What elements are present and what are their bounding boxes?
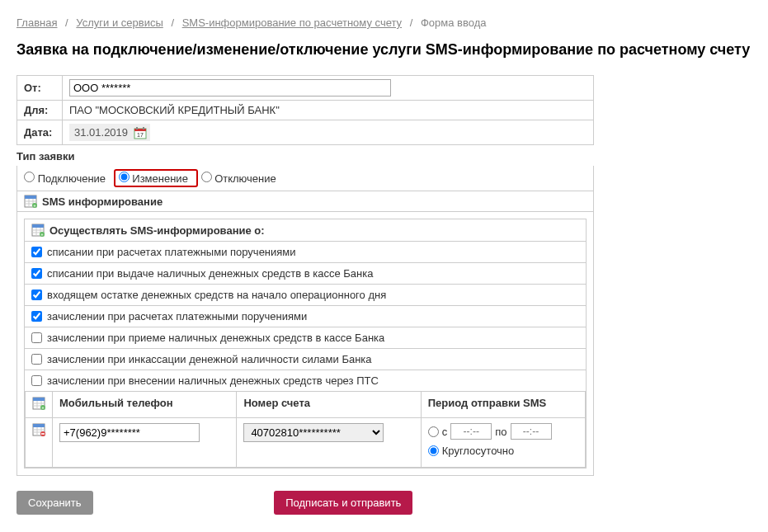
- sms-option-label: зачислении при расчетах платежными поруч…: [47, 310, 307, 322]
- sms-option-row: списании при расчетах платежными поручен…: [25, 242, 586, 263]
- table-remove-icon[interactable]: [32, 426, 45, 439]
- svg-text:+: +: [41, 232, 44, 237]
- sms-inform-header: + Осуществлять SMS-информирование о:: [25, 219, 586, 242]
- svg-text:17: 17: [137, 132, 144, 138]
- account-col-header: Номер счета: [237, 392, 421, 418]
- table-icon: +: [31, 224, 45, 237]
- breadcrumb: Главная / Услуги и сервисы / SMS-информи…: [16, 16, 752, 29]
- sms-option-label: зачислении при инкассации денежной налич…: [47, 353, 372, 365]
- phone-col-header: Мобильный телефон: [53, 392, 237, 418]
- sms-option-row: зачислении при приеме наличных денежных …: [25, 327, 586, 349]
- sms-option-label: зачислении при внесении наличных денежны…: [47, 374, 379, 387]
- sms-section-header: + SMS информирование: [16, 191, 594, 212]
- sms-option-label: зачислении при приеме наличных денежных …: [47, 332, 384, 344]
- sms-option-checkbox[interactable]: [31, 268, 42, 279]
- sms-option-label: списании при расчетах платежными поручен…: [47, 246, 296, 258]
- sms-option-row: зачислении при инкассации денежной налич…: [25, 349, 586, 370]
- submit-button[interactable]: Подписать и отправить: [274, 491, 412, 515]
- sms-option-row: списании при выдаче наличных денежных ср…: [25, 263, 586, 285]
- save-button[interactable]: Сохранить: [16, 491, 93, 515]
- table-icon: +: [24, 195, 37, 208]
- svg-rect-36: [41, 433, 45, 435]
- app-type-connect[interactable]: Подключение: [24, 172, 106, 185]
- table-add-icon[interactable]: +: [32, 400, 45, 412]
- sms-option-row: входящем остатке денежных средств на нач…: [25, 285, 586, 306]
- svg-rect-14: [32, 224, 44, 228]
- period-roundclock-label: Круглосуточно: [442, 445, 515, 457]
- time-from-input[interactable]: [450, 423, 492, 440]
- svg-rect-3: [143, 127, 144, 129]
- from-input[interactable]: [69, 79, 391, 97]
- page-title: Заявка на подключение/изменение/отключен…: [16, 41, 752, 59]
- sms-option-row: зачислении при внесении наличных денежны…: [25, 370, 586, 391]
- sms-option-checkbox[interactable]: [31, 247, 42, 257]
- account-select[interactable]: 40702810**********: [243, 423, 384, 442]
- date-label: Дата:: [17, 120, 63, 145]
- period-to-label: по: [495, 426, 507, 438]
- sms-section-body: + Осуществлять SMS-информирование о: спи…: [16, 212, 594, 476]
- phone-table: + Мобильный телефон Номер счета Период о…: [25, 391, 586, 468]
- form-header-table: От: Для: ПАО "МОСКОВСКИЙ КРЕДИТНЫЙ БАНК"…: [16, 75, 594, 145]
- breadcrumb-sms[interactable]: SMS-информирование по расчетному счету: [182, 16, 402, 29]
- period-roundclock-radio[interactable]: [428, 445, 439, 456]
- sms-option-checkbox[interactable]: [31, 375, 42, 386]
- breadcrumb-current: Форма ввода: [421, 16, 487, 29]
- calendar-icon[interactable]: 17: [134, 126, 147, 139]
- date-input[interactable]: [73, 125, 130, 139]
- sms-option-label: списании при выдаче наличных денежных ср…: [47, 267, 373, 280]
- svg-rect-22: [33, 398, 45, 401]
- sms-option-checkbox[interactable]: [31, 311, 42, 322]
- for-value: ПАО "МОСКОВСКИЙ КРЕДИТНЫЙ БАНК": [63, 101, 594, 120]
- sms-option-checkbox[interactable]: [31, 354, 42, 365]
- period-range-radio[interactable]: [428, 426, 439, 437]
- app-type-row: Подключение Изменение Отключение: [16, 166, 594, 191]
- period-from-label: с: [442, 426, 448, 438]
- for-label: Для:: [17, 101, 63, 120]
- app-type-change-highlight: Изменение: [114, 169, 198, 187]
- svg-rect-30: [33, 424, 45, 427]
- svg-text:+: +: [34, 203, 36, 208]
- sms-option-row: зачислении при расчетах платежными поруч…: [25, 306, 586, 327]
- svg-rect-6: [25, 195, 36, 199]
- app-type-change[interactable]: Изменение: [119, 172, 188, 185]
- svg-text:+: +: [42, 405, 45, 410]
- sms-option-checkbox[interactable]: [31, 290, 42, 300]
- svg-rect-2: [136, 127, 138, 129]
- sms-option-label: входящем остатке денежных средств на нач…: [47, 289, 386, 301]
- time-to-input[interactable]: [511, 423, 552, 440]
- app-type-disconnect[interactable]: Отключение: [201, 172, 276, 185]
- button-row: Сохранить Подписать и отправить: [16, 491, 594, 515]
- app-type-label: Тип заявки: [16, 145, 752, 166]
- phone-input[interactable]: [59, 423, 200, 442]
- from-label: От:: [17, 76, 63, 101]
- period-col-header: Период отправки SMS: [421, 392, 585, 418]
- breadcrumb-services[interactable]: Услуги и сервисы: [76, 16, 163, 29]
- breadcrumb-home[interactable]: Главная: [16, 16, 57, 29]
- sms-option-checkbox[interactable]: [31, 332, 42, 343]
